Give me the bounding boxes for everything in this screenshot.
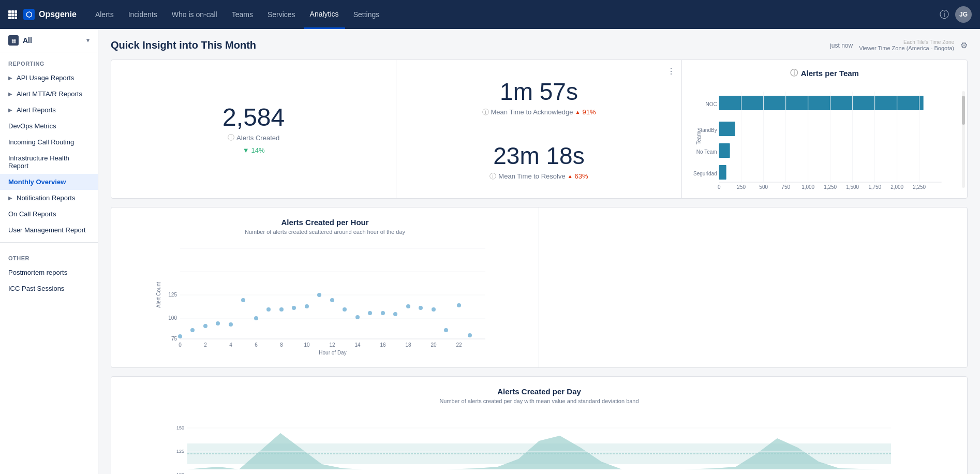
nav-incidents[interactable]: Incidents (122, 0, 164, 29)
svg-point-60 (279, 307, 284, 312)
svg-point-57 (241, 298, 245, 302)
arrow-right-icon: ▶ (8, 107, 12, 113)
svg-point-71 (419, 306, 423, 310)
arrow-right-icon: ▶ (8, 75, 12, 81)
scatter-chart-title: Alerts Created per Hour (122, 218, 528, 227)
svg-point-56 (229, 322, 233, 327)
svg-text:Hour of Day: Hour of Day (319, 350, 346, 356)
nav-analytics[interactable]: Analytics (304, 0, 345, 29)
area-chart-title: Alerts Created per Day (122, 387, 957, 396)
mtta-label: ⓘ Mean Time to Acknowledge ▲ 91% (482, 108, 596, 117)
svg-point-58 (254, 316, 258, 320)
settings-icon[interactable]: ⚙ (960, 40, 968, 50)
sidebar-item-label: User Management Report (8, 226, 86, 234)
main-content: Quick Insight into This Month just now E… (98, 29, 980, 474)
sidebar-item-monthly-overview[interactable]: Monthly Overview (0, 174, 98, 190)
svg-text:500: 500 (759, 184, 768, 190)
svg-point-55 (216, 321, 220, 325)
sidebar-item-incoming-call-routing[interactable]: Incoming Call Routing (0, 134, 98, 150)
mttr-change: 63% (575, 172, 588, 180)
svg-text:2,000: 2,000 (890, 184, 903, 190)
sidebar-item-label: Incoming Call Routing (8, 138, 74, 146)
timezone-label: Each Tile's Time Zone (859, 39, 954, 45)
sidebar-all[interactable]: ▦ All ▾ (0, 29, 98, 52)
svg-text:0: 0 (718, 184, 721, 190)
svg-point-67 (368, 311, 372, 315)
scatter-chart-subtitle: Number of alerts created scattered aroun… (122, 229, 528, 235)
sidebar-item-devops-metrics[interactable]: DevOps Metrics (0, 118, 98, 134)
sidebar-item-user-management-report[interactable]: User Management Report (0, 222, 98, 238)
sidebar-item-label: Alert MTTA/R Reports (17, 90, 82, 98)
svg-point-64 (330, 298, 334, 302)
mttr-value: 23m 18s (493, 142, 584, 170)
scrollbar-track[interactable] (962, 91, 965, 188)
nav-settings[interactable]: Settings (347, 0, 386, 29)
placeholder-right (539, 208, 967, 367)
avatar[interactable]: JG (955, 6, 972, 23)
nav-services[interactable]: Services (261, 0, 302, 29)
trend-up-icon: ▲ (568, 173, 573, 179)
svg-text:1,000: 1,000 (801, 184, 814, 190)
svg-point-74 (457, 303, 461, 307)
svg-point-73 (444, 328, 448, 332)
brand-logo[interactable]: Opsgenie (8, 9, 77, 20)
area-chart-panel: Alerts Created per Day Number of alerts … (111, 376, 968, 474)
area-chart-container: 100 125 150 (122, 412, 957, 474)
sidebar-other-label: OTHER (0, 247, 98, 264)
svg-rect-5 (719, 122, 735, 136)
svg-text:12: 12 (329, 342, 335, 348)
area-chart-subtitle: Number of alerts created per day with me… (122, 398, 957, 404)
scatter-svg: 75 100 125 Alert Count 0 2 4 6 8 10 12 1 (122, 243, 528, 357)
opsgenie-logo-icon (23, 9, 35, 20)
svg-text:750: 750 (781, 184, 790, 190)
sidebar-item-icc-past-sessions[interactable]: ICC Past Sessions (0, 280, 98, 297)
svg-text:6: 6 (255, 342, 258, 348)
scrollbar-thumb[interactable] (962, 96, 965, 125)
app-body: ▦ All ▾ REPORTING ▶ API Usage Reports ▶ … (0, 29, 980, 474)
svg-text:22: 22 (456, 342, 462, 348)
trend-up-icon: ▲ (575, 109, 581, 115)
sidebar-item-label: Alert Reports (17, 106, 56, 114)
sidebar-item-notification-reports[interactable]: ▶ Notification Reports (0, 190, 98, 206)
svg-point-75 (468, 333, 472, 337)
sidebar-item-on-call-reports[interactable]: On Call Reports (0, 206, 98, 222)
svg-point-59 (266, 307, 271, 312)
nav-who-is-on-call[interactable]: Who is on-call (166, 0, 224, 29)
area-svg: 100 125 150 (122, 412, 957, 474)
bar-chart: NOC StandBy No Team Seguridad (690, 86, 959, 190)
svg-text:4: 4 (229, 342, 232, 348)
svg-text:Alert Count: Alert Count (156, 282, 161, 308)
svg-text:250: 250 (737, 184, 746, 190)
help-icon[interactable]: ⓘ (940, 8, 949, 21)
sidebar-item-postmortem-reports[interactable]: Postmortem reports (0, 264, 98, 280)
svg-text:125: 125 (168, 292, 177, 298)
grid-icon (8, 10, 17, 19)
sidebar-item-label: Notification Reports (17, 194, 75, 202)
sidebar-item-alert-mttar-reports[interactable]: ▶ Alert MTTA/R Reports (0, 86, 98, 102)
svg-point-54 (203, 324, 207, 328)
svg-point-70 (406, 304, 410, 308)
sidebar-item-alert-reports[interactable]: ▶ Alert Reports (0, 102, 98, 118)
mttr-label: ⓘ Mean Time to Resolve ▲ 63% (489, 172, 588, 181)
svg-text:Seguridad: Seguridad (693, 171, 717, 176)
svg-text:1,250: 1,250 (824, 184, 837, 190)
svg-rect-7 (719, 165, 726, 180)
svg-text:NOC: NOC (705, 101, 717, 107)
sidebar-item-infrastructure-health-report[interactable]: Infrastructure Health Report (0, 150, 98, 174)
svg-point-66 (355, 315, 360, 319)
more-options-icon[interactable]: ⋮ (667, 66, 675, 76)
topnav-right: ⓘ JG (940, 6, 972, 23)
svg-point-63 (317, 293, 321, 297)
page-title: Quick Insight into This Month (111, 39, 256, 51)
nav-teams[interactable]: Teams (226, 0, 259, 29)
nav-alerts[interactable]: Alerts (89, 0, 120, 29)
metric-alerts-per-team: ⓘ Alerts per Team NOC StandBy No Team Se… (682, 60, 967, 198)
sidebar-item-label: On Call Reports (8, 210, 56, 218)
svg-point-68 (381, 311, 385, 315)
svg-text:Team: Team (695, 132, 701, 144)
svg-text:0: 0 (179, 342, 182, 348)
sidebar-divider (0, 242, 98, 243)
sidebar-item-api-usage-reports[interactable]: ▶ API Usage Reports (0, 70, 98, 86)
svg-point-65 (343, 307, 347, 312)
timezone-info: Each Tile's Time Zone Viewer Time Zone (… (859, 39, 954, 51)
